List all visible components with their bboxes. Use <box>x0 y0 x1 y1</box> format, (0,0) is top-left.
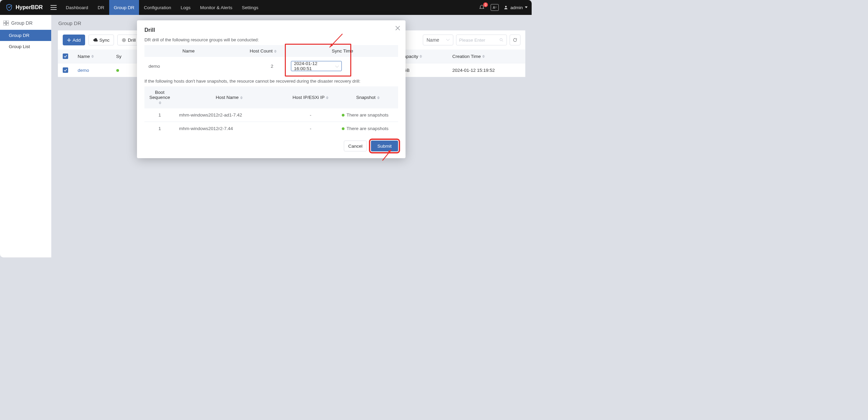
h-col-snap[interactable]: Snapshot <box>338 86 398 108</box>
modal-title: Drill <box>144 27 398 33</box>
cancel-button[interactable]: Cancel <box>344 141 367 151</box>
m-group-name: demo <box>144 57 233 75</box>
host-row: 1 mhm-windows2012r2-7.44 - There are sna… <box>144 122 398 135</box>
sync-time-value: 2024-01-12 16:00:51 <box>294 61 335 71</box>
modal-host-table: Boot Sequence Host Name Host IP/ESXi IP … <box>144 86 398 135</box>
h-col-snap-label: Snapshot <box>356 95 375 100</box>
h-col-name-label: Host Name <box>216 95 239 100</box>
m-group-row: demo 2 2024-01-12 16:00:51 <box>144 57 398 75</box>
h0-boot: 1 <box>144 108 175 122</box>
h-col-ip-label: Host IP/ESXi IP <box>293 95 325 100</box>
modal-desc2: If the following hosts don't have snapsh… <box>144 79 398 84</box>
h1-snap: There are snapshots <box>338 122 398 135</box>
h1-name: mhm-windows2012r2-7.44 <box>175 122 283 135</box>
m-col-host-count[interactable]: Host Count <box>233 45 287 57</box>
h0-name: mhm-windows2012r2-ad1-7.42 <box>175 108 283 122</box>
m-col-name: Name <box>144 45 233 57</box>
dot-icon <box>342 127 344 130</box>
m-col-name-label: Name <box>182 48 195 54</box>
modal-footer: Cancel Submit <box>144 141 398 151</box>
h1-ip: - <box>283 122 338 135</box>
submit-button[interactable]: Submit <box>371 141 398 151</box>
host-row: 1 mhm-windows2012r2-ad1-7.42 - There are… <box>144 108 398 122</box>
h1-boot: 1 <box>144 122 175 135</box>
h0-ip: - <box>283 108 338 122</box>
m-col-sync-time: Sync Time <box>287 45 398 57</box>
modal-desc1: DR drill of the following resource group… <box>144 37 398 42</box>
sync-time-select[interactable]: 2024-01-12 16:00:51 <box>291 61 342 71</box>
h-col-ip[interactable]: Host IP/ESXi IP <box>283 86 338 108</box>
dot-icon <box>342 114 344 117</box>
m-col-host-count-label: Host Count <box>250 48 273 54</box>
h-col-boot[interactable]: Boot Sequence <box>144 86 175 108</box>
m-group-host-count: 2 <box>233 57 287 75</box>
modal-group-table: Name Host Count Sync Time demo 2 2024-01… <box>144 45 398 75</box>
h-col-boot-label: Boot Sequence <box>150 90 170 100</box>
close-icon[interactable] <box>395 26 400 31</box>
m-col-sync-time-label: Sync Time <box>332 48 353 54</box>
drill-modal: Drill DR drill of the following resource… <box>137 20 406 158</box>
h-col-name[interactable]: Host Name <box>175 86 283 108</box>
h0-snap: There are snapshots <box>338 108 398 122</box>
